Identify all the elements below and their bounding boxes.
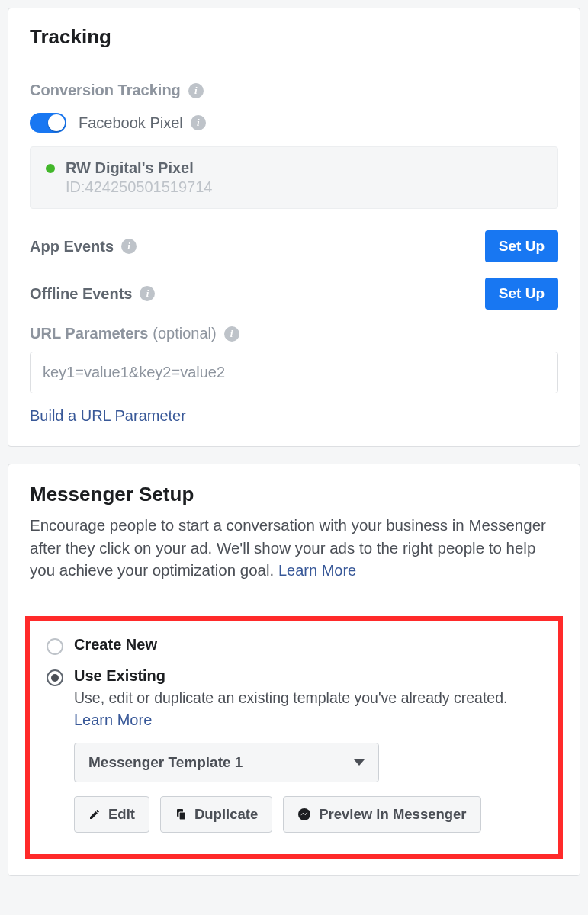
info-icon[interactable]: i bbox=[191, 115, 206, 130]
create-new-label: Create New bbox=[74, 636, 157, 653]
tracking-title: Tracking bbox=[30, 25, 558, 49]
pixel-name: RW Digital's Pixel bbox=[66, 159, 194, 177]
pixel-toggle-row: Facebook Pixel i bbox=[30, 113, 558, 133]
info-icon[interactable]: i bbox=[140, 286, 155, 301]
messenger-setup-card: Messenger Setup Encourage people to star… bbox=[8, 464, 580, 876]
offline-events-label: Offline Events i bbox=[30, 285, 155, 303]
pixel-row: RW Digital's Pixel bbox=[46, 159, 542, 177]
tracking-card: Tracking Conversion Tracking i Facebook … bbox=[8, 8, 580, 447]
pencil-icon bbox=[88, 808, 101, 820]
edit-button[interactable]: Edit bbox=[74, 796, 149, 833]
chevron-down-icon bbox=[354, 759, 365, 766]
create-new-radio-row[interactable]: Create New bbox=[47, 636, 541, 655]
info-icon[interactable]: i bbox=[224, 326, 239, 342]
use-existing-radio-row[interactable]: Use Existing Use, edit or duplicate an e… bbox=[47, 667, 541, 730]
messenger-icon bbox=[297, 807, 311, 821]
tracking-body: Conversion Tracking i Facebook Pixel i R… bbox=[8, 63, 580, 446]
app-events-setup-button[interactable]: Set Up bbox=[485, 230, 558, 262]
url-parameters-input[interactable] bbox=[30, 352, 558, 393]
use-existing-description: Use, edit or duplicate an existing templ… bbox=[74, 688, 541, 730]
conversion-tracking-label: Conversion Tracking i bbox=[30, 82, 558, 99]
messenger-title: Messenger Setup bbox=[30, 483, 558, 506]
template-select-value: Messenger Template 1 bbox=[88, 754, 243, 771]
duplicate-icon bbox=[175, 808, 187, 820]
messenger-learn-more-link[interactable]: Learn More bbox=[278, 562, 356, 579]
info-icon[interactable]: i bbox=[188, 83, 204, 98]
template-selection-highlight: Create New Use Existing Use, edit or dup… bbox=[25, 616, 563, 859]
messenger-description: Encourage people to start a conversation… bbox=[30, 514, 558, 582]
template-select[interactable]: Messenger Template 1 bbox=[74, 743, 379, 782]
use-existing-learn-more-link[interactable]: Learn More bbox=[74, 711, 152, 728]
offline-events-row: Offline Events i Set Up bbox=[30, 278, 558, 310]
info-icon[interactable]: i bbox=[121, 239, 137, 254]
svg-rect-1 bbox=[179, 812, 185, 820]
duplicate-button[interactable]: Duplicate bbox=[160, 796, 272, 833]
messenger-header: Messenger Setup Encourage people to star… bbox=[8, 464, 580, 599]
template-actions: Edit Duplicate Preview in Messenger bbox=[74, 796, 541, 833]
preview-button[interactable]: Preview in Messenger bbox=[283, 796, 480, 833]
offline-events-setup-button[interactable]: Set Up bbox=[485, 278, 558, 310]
create-new-radio[interactable] bbox=[47, 638, 63, 655]
pixel-id: ID:424250501519714 bbox=[66, 178, 542, 196]
tracking-header: Tracking bbox=[8, 8, 580, 63]
use-existing-radio[interactable] bbox=[47, 669, 63, 686]
use-existing-label: Use Existing bbox=[74, 667, 541, 685]
app-events-label: App Events i bbox=[30, 238, 137, 255]
status-dot-icon bbox=[46, 164, 55, 173]
app-events-row: App Events i Set Up bbox=[30, 230, 558, 262]
pixel-toggle-label: Facebook Pixel i bbox=[79, 114, 206, 132]
pixel-box: RW Digital's Pixel ID:424250501519714 bbox=[30, 146, 558, 209]
pixel-toggle[interactable] bbox=[30, 113, 66, 133]
build-url-parameter-link[interactable]: Build a URL Parameter bbox=[30, 407, 186, 424]
svg-point-2 bbox=[298, 808, 310, 820]
url-parameters-label: URL Parameters (optional) i bbox=[30, 325, 558, 342]
toggle-knob bbox=[48, 114, 65, 131]
